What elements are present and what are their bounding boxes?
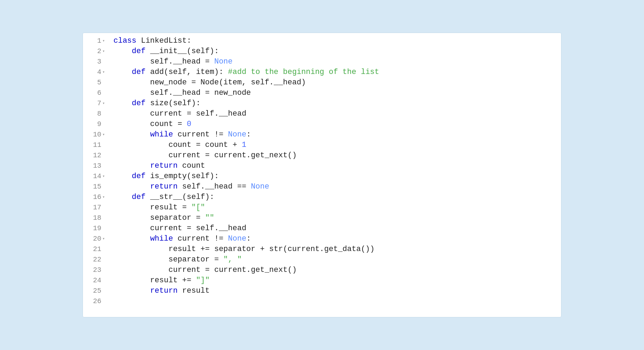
line-content: def size(self): bbox=[111, 98, 561, 109]
code-editor: 1▾class LinkedList:2▾ def __init__(self)… bbox=[83, 33, 561, 317]
token-plain: self.__head == bbox=[182, 182, 251, 191]
fold-arrow-icon[interactable]: ▾ bbox=[102, 67, 108, 77]
token-plain: result += bbox=[113, 276, 196, 285]
token-string: "]" bbox=[196, 276, 210, 285]
line-content: count = count + 1 bbox=[111, 140, 561, 150]
code-line: 16▾ def __str__(self): bbox=[83, 192, 561, 202]
code-line: 5 new_node = Node(item, self.__head) bbox=[83, 77, 561, 88]
line-number: 14▾ bbox=[83, 171, 111, 182]
token-plain: new_node = Node(item, self.__head) bbox=[113, 78, 306, 87]
token-string: "[" bbox=[191, 203, 205, 212]
line-number: 10▾ bbox=[83, 130, 111, 140]
line-content: result += separator + str(current.get_da… bbox=[111, 244, 561, 255]
code-line: 19 current = self.__head bbox=[83, 223, 561, 234]
line-content: current = current.get_next() bbox=[111, 150, 561, 161]
code-line: 15 return self.__head == None bbox=[83, 182, 561, 192]
token-plain: : bbox=[246, 234, 251, 243]
code-line: 11 count = count + 1 bbox=[83, 140, 561, 150]
line-content: new_node = Node(item, self.__head) bbox=[111, 77, 561, 88]
token-kw-while: while bbox=[150, 130, 178, 139]
fold-arrow-icon[interactable]: ▾ bbox=[102, 130, 108, 140]
code-line: 24 result += "]" bbox=[83, 275, 561, 286]
token-kw-return: return bbox=[150, 286, 182, 295]
token-plain: result bbox=[182, 286, 210, 295]
code-line: 18 separator = "" bbox=[83, 213, 561, 223]
line-content: current = self.__head bbox=[111, 223, 561, 234]
token-kw-def: def bbox=[132, 68, 150, 76]
token-plain: current = self.__head bbox=[113, 224, 246, 233]
fold-arrow-icon[interactable]: ▾ bbox=[102, 98, 108, 109]
fold-arrow-icon[interactable]: ▾ bbox=[102, 36, 108, 46]
token-plain: current = current.get_next() bbox=[113, 266, 297, 274]
code-line: 7▾ def size(self): bbox=[83, 98, 561, 109]
code-line: 25 return result bbox=[83, 286, 561, 296]
token-plain: separator = bbox=[113, 255, 223, 264]
token-plain: current != bbox=[178, 130, 228, 139]
token-kw-none: None bbox=[228, 130, 246, 139]
token-kw-none: None bbox=[214, 57, 232, 66]
line-number: 3 bbox=[83, 57, 111, 67]
line-number: 12 bbox=[83, 150, 111, 161]
line-number: 16▾ bbox=[83, 192, 111, 202]
token-plain: LinkedList: bbox=[141, 36, 191, 45]
line-content: def __str__(self): bbox=[111, 192, 561, 202]
fold-arrow-icon[interactable]: ▾ bbox=[102, 46, 108, 57]
code-line: 3 self.__head = None bbox=[83, 57, 561, 67]
token-plain bbox=[113, 130, 150, 139]
token-comment: #add to the beginning of the list bbox=[228, 68, 379, 76]
token-plain bbox=[113, 234, 150, 243]
fold-arrow-icon[interactable]: ▾ bbox=[102, 234, 108, 244]
token-plain bbox=[113, 161, 150, 170]
token-kw-none: None bbox=[251, 182, 269, 191]
code-line: 6 self.__head = new_node bbox=[83, 88, 561, 98]
line-content: return self.__head == None bbox=[111, 182, 561, 192]
line-number: 23 bbox=[83, 265, 111, 275]
token-plain: : bbox=[246, 130, 251, 139]
line-number: 15 bbox=[83, 182, 111, 192]
code-line: 21 result += separator + str(current.get… bbox=[83, 244, 561, 255]
code-line: 20▾ while current != None: bbox=[83, 234, 561, 244]
line-number: 24 bbox=[83, 275, 111, 286]
line-number: 4▾ bbox=[83, 67, 111, 77]
token-plain: size(self): bbox=[150, 99, 201, 108]
code-line: 1▾class LinkedList: bbox=[83, 36, 561, 46]
line-content: def __init__(self): bbox=[111, 46, 561, 57]
token-plain bbox=[113, 68, 132, 76]
line-number: 22 bbox=[83, 255, 111, 265]
token-plain: add(self, item): bbox=[150, 68, 228, 76]
line-content: self.__head = None bbox=[111, 57, 561, 67]
line-number: 8 bbox=[83, 109, 111, 119]
code-line: 23 current = current.get_next() bbox=[83, 265, 561, 275]
token-plain bbox=[113, 172, 132, 181]
line-number: 7▾ bbox=[83, 98, 111, 109]
token-plain bbox=[113, 193, 132, 201]
line-content: separator = ", " bbox=[111, 255, 561, 265]
token-kw-def: def bbox=[132, 193, 150, 201]
fold-arrow-icon[interactable]: ▾ bbox=[102, 171, 108, 182]
code-line: 22 separator = ", " bbox=[83, 255, 561, 265]
token-plain bbox=[113, 286, 150, 295]
token-string: ", " bbox=[223, 255, 242, 264]
fold-arrow-icon[interactable]: ▾ bbox=[102, 192, 108, 202]
line-number: 13 bbox=[83, 161, 111, 171]
token-plain: result += separator + str(current.get_da… bbox=[113, 245, 375, 253]
line-content: self.__head = new_node bbox=[111, 88, 561, 98]
token-plain: count bbox=[182, 161, 205, 170]
code-line: 12 current = current.get_next() bbox=[83, 150, 561, 161]
line-content: while current != None: bbox=[111, 234, 561, 244]
line-number: 5 bbox=[83, 77, 111, 88]
line-number: 25 bbox=[83, 286, 111, 296]
line-number: 18 bbox=[83, 213, 111, 223]
token-plain bbox=[113, 99, 132, 108]
code-line: 26 bbox=[83, 296, 561, 307]
line-content: return count bbox=[111, 161, 561, 171]
token-kw-return: return bbox=[150, 182, 182, 191]
line-content: current = self.__head bbox=[111, 109, 561, 119]
line-content: def add(self, item): #add to the beginni… bbox=[111, 67, 561, 77]
token-kw-def: def bbox=[132, 172, 150, 181]
line-content: return result bbox=[111, 286, 561, 296]
token-number: 1 bbox=[242, 141, 246, 149]
line-content: current = current.get_next() bbox=[111, 265, 561, 275]
token-string: "" bbox=[205, 214, 214, 222]
token-plain: current = current.get_next() bbox=[113, 151, 297, 160]
